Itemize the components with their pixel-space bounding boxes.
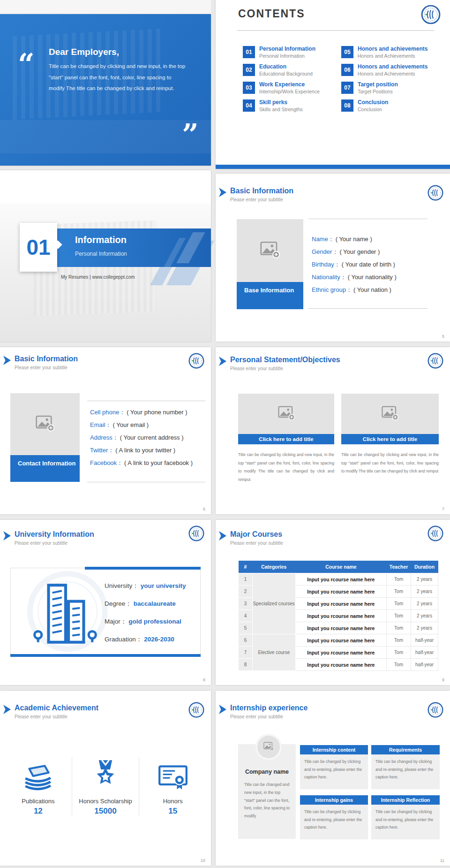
slide-subtitle: Please enter your subtitle bbox=[15, 365, 68, 370]
field-nationality: Nationality： ( Your nationality ) bbox=[312, 274, 397, 281]
basic-fields: Name： ( Your name ) Gender： ( Your gende… bbox=[312, 236, 397, 299]
slide-subtitle: Please enter your subtitle bbox=[230, 541, 283, 546]
toc-item-subtitle: Personal Information bbox=[259, 53, 315, 59]
school-logo-icon bbox=[188, 353, 204, 369]
statement-card-right: Click here to add title Title can be cha… bbox=[341, 394, 439, 476]
section-arrow-icon bbox=[3, 356, 11, 365]
company-description: Title can be changed and new input, in t… bbox=[244, 781, 291, 820]
toc-item-title: Conclusion bbox=[358, 99, 388, 106]
slide-subtitle: Please enter your subtitle bbox=[15, 714, 68, 719]
statement-body-text: Title can be changed by clicking and new… bbox=[238, 451, 334, 484]
card-body: Title can be changed by clicking and re-… bbox=[371, 754, 440, 789]
field-university: University： your university bbox=[105, 582, 186, 589]
slide-subtitle: Please enter your subtitle bbox=[230, 197, 283, 202]
field-address: Address： ( Your current address ) bbox=[90, 434, 193, 441]
divider-line bbox=[308, 308, 428, 309]
slide-section-01-information[interactable]: 01 Information Personal Information My R… bbox=[0, 170, 211, 342]
slide-university-information[interactable]: University Information Please enter your… bbox=[0, 520, 211, 685]
school-logo-icon bbox=[421, 5, 441, 24]
table-row: 1 Specialized courses Input you rcourse … bbox=[239, 573, 438, 586]
statement-body-text: Title can be changed by clicking and new… bbox=[341, 451, 439, 476]
add-image-icon bbox=[260, 240, 280, 261]
toc-item-subtitle: Skills and Strengths bbox=[259, 107, 303, 112]
stat-value: 12 bbox=[5, 807, 72, 816]
stat-value: 15000 bbox=[72, 807, 139, 816]
photo-placeholder[interactable] bbox=[238, 394, 334, 434]
category-cell: Elective course bbox=[252, 634, 295, 671]
toc-number-badge: 03 bbox=[243, 82, 255, 94]
toc-number-badge: 04 bbox=[243, 99, 255, 112]
page-number: 6 bbox=[203, 507, 205, 511]
toc-number-badge: 07 bbox=[341, 82, 353, 94]
card-title: Internship gains bbox=[300, 795, 368, 805]
quote-heading: Dear Employers, bbox=[49, 47, 119, 57]
internship-gains-card: Internship gains Title can be changed by… bbox=[300, 795, 368, 839]
certificate-icon bbox=[139, 757, 206, 791]
toc-item-01[interactable]: 01 Personal Information Personal Informa… bbox=[243, 46, 320, 58]
card-accent-bar-bottom bbox=[10, 654, 201, 657]
section-arrow-icon bbox=[219, 705, 226, 714]
toc-item-02[interactable]: 02 Education Educational Background bbox=[243, 64, 320, 76]
toc-item-05[interactable]: 05 Honors and achievements Honors and Ac… bbox=[341, 46, 428, 58]
slide-personal-statement[interactable]: Personal Statement/Objectives Please ent… bbox=[216, 347, 450, 514]
open-quote-icon: “ bbox=[18, 55, 35, 73]
toc-number-badge: 01 bbox=[243, 46, 255, 58]
slide-academic-achievement[interactable]: Academic Achievement Please enter your s… bbox=[0, 691, 211, 866]
slide-internship-experience[interactable]: Internship experience Please enter your … bbox=[216, 691, 450, 866]
section-number-card: 01 bbox=[20, 223, 57, 272]
contents-title: CONTENTS bbox=[238, 8, 305, 20]
stat-label: Honors bbox=[139, 798, 206, 805]
add-title-button[interactable]: Click here to add title bbox=[238, 434, 334, 444]
photo-placeholder[interactable] bbox=[341, 394, 439, 434]
page-number: 9 bbox=[442, 678, 444, 682]
table-row: 6 Elective course Input you rcourse name… bbox=[239, 634, 438, 647]
slide-contents[interactable]: CONTENTS 01 Personal Information Persona… bbox=[216, 0, 450, 169]
slide-title: Personal Statement/Objectives bbox=[230, 356, 340, 364]
toc-item-03[interactable]: 03 Work Experience Internship/Work Exper… bbox=[243, 82, 320, 94]
school-logo-icon bbox=[428, 185, 443, 201]
close-quote-icon: ” bbox=[182, 126, 199, 143]
slide-contact-information[interactable]: Basic Information Please enter your subt… bbox=[0, 347, 211, 514]
company-photo-placeholder[interactable] bbox=[255, 734, 282, 760]
field-name: Name： ( Your name ) bbox=[312, 236, 397, 243]
page-number: 11 bbox=[440, 858, 444, 863]
toc-item-subtitle: Honors and Achievements bbox=[358, 71, 428, 76]
company-name: Company name bbox=[238, 769, 296, 775]
stat-value: 15 bbox=[139, 807, 206, 816]
slide-title: Basic Information bbox=[15, 355, 78, 363]
university-card: University： your university Degree： bacc… bbox=[10, 568, 201, 656]
slide-major-courses[interactable]: Major Courses Please enter your subtitle… bbox=[216, 520, 450, 685]
photo-placeholder[interactable] bbox=[237, 219, 303, 282]
toc-item-08[interactable]: 08 Conclusion Conclusion bbox=[341, 99, 428, 112]
building-photo-overlay bbox=[0, 120, 211, 153]
photo-placeholder[interactable] bbox=[10, 393, 80, 455]
slide-title: Academic Achievement bbox=[15, 704, 98, 712]
toc-item-07[interactable]: 07 Target position Target Positions bbox=[341, 82, 428, 94]
section-title-banner: Information Personal Information bbox=[57, 228, 211, 267]
toc-item-04[interactable]: 04 Skill perks Skills and Strengths bbox=[243, 99, 320, 112]
toc-column-left: 01 Personal Information Personal Informa… bbox=[243, 46, 320, 112]
page-number: 8 bbox=[203, 678, 205, 682]
divider-line bbox=[308, 219, 428, 219]
divider-line bbox=[87, 482, 205, 482]
toc-item-title: Target position bbox=[358, 82, 398, 88]
field-email: Email： ( Your email ) bbox=[90, 422, 193, 428]
card-title: Internship Reflection bbox=[371, 795, 440, 805]
toc-item-06[interactable]: 06 Honors and achievements Honors and Ac… bbox=[341, 64, 428, 76]
school-logo-icon bbox=[428, 702, 443, 718]
toc-number-badge: 06 bbox=[341, 64, 353, 76]
slide-title: Major Courses bbox=[230, 530, 282, 539]
field-cell-phone: Cell phone： ( Your phone number ) bbox=[90, 409, 193, 416]
chevron-decoration bbox=[176, 232, 205, 263]
slide-title: Basic Information bbox=[230, 187, 293, 195]
stat-honors-scholarship: Honors Scholarship 15000 bbox=[72, 757, 139, 816]
toc-column-right: 05 Honors and achievements Honors and Ac… bbox=[341, 46, 428, 112]
publications-books-icon bbox=[5, 757, 72, 791]
add-title-button[interactable]: Click here to add title bbox=[341, 434, 439, 444]
slide-cover-quote[interactable]: “ Dear Employers, Title can be changed b… bbox=[0, 14, 211, 166]
base-information-label: Base Information bbox=[237, 282, 303, 309]
section-arrow-icon bbox=[219, 531, 226, 541]
slide-title: University Information bbox=[15, 530, 94, 539]
slide-bottom-accent-bar bbox=[216, 165, 450, 169]
slide-basic-information[interactable]: Basic Information Please enter your subt… bbox=[216, 174, 450, 342]
